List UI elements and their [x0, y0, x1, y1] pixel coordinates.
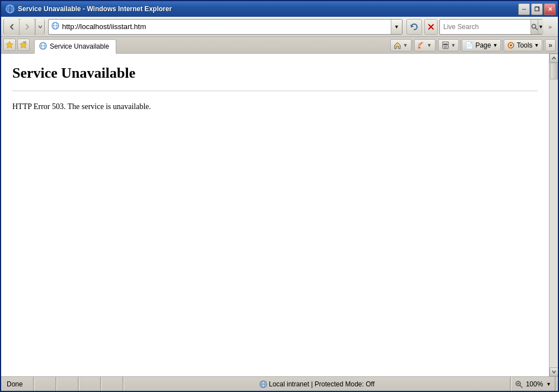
- address-bar-container: ▼: [48, 19, 402, 35]
- expand-icon: »: [548, 41, 552, 49]
- tools-button[interactable]: Tools ▼: [504, 39, 542, 51]
- svg-text:+: +: [24, 41, 26, 44]
- svg-point-25: [510, 44, 512, 46]
- refresh-button[interactable]: [406, 19, 422, 35]
- error-message: HTTP Error 503. The service is unavailab…: [12, 102, 538, 111]
- home-dropdown: ▼: [403, 42, 408, 48]
- toolbar-expand-button[interactable]: »: [544, 19, 556, 35]
- page-button[interactable]: 📄 Page ▼: [462, 39, 501, 51]
- status-prog-3: [79, 377, 101, 391]
- status-prog-2: [56, 377, 79, 391]
- forward-button[interactable]: [20, 19, 35, 35]
- svg-point-18: [418, 46, 420, 49]
- address-favicon: [49, 22, 62, 31]
- status-prog-4: [101, 377, 124, 391]
- print-button[interactable]: ▼: [438, 39, 459, 51]
- feeds-dropdown: ▼: [427, 42, 432, 48]
- search-submit-button[interactable]: [530, 20, 538, 34]
- page-icon: 📄: [465, 41, 473, 49]
- home-button[interactable]: ▼: [390, 39, 411, 51]
- scroll-track[interactable]: [549, 63, 558, 367]
- page-dropdown: ▼: [492, 42, 498, 48]
- browser-window: Service Unavailable - Windows Internet E…: [0, 0, 559, 392]
- add-favorites-button[interactable]: +: [17, 39, 30, 51]
- svg-line-11: [536, 27, 538, 30]
- zoom-dropdown[interactable]: ▼: [546, 381, 551, 387]
- toolbar-separator-4: [502, 40, 503, 51]
- nav-toolbar: ▼ ▼ »: [1, 17, 558, 37]
- status-security-section[interactable]: Local intranet | Protected Mode: Off: [124, 377, 511, 391]
- tab-right-buttons: ▼ ▼ ▼: [390, 39, 556, 51]
- search-dropdown[interactable]: ▼: [538, 20, 543, 34]
- window-controls: ─ ❐ ✕: [518, 3, 556, 15]
- toolbar-separator-1: [413, 40, 413, 51]
- title-bar: Service Unavailable - Windows Internet E…: [1, 1, 558, 17]
- scroll-down-button[interactable]: [549, 367, 558, 376]
- page-content: Service Unavailable HTTP Error 503. The …: [1, 54, 549, 376]
- svg-rect-21: [444, 44, 447, 45]
- page-label: Page: [475, 41, 491, 49]
- zoom-label: 100%: [526, 380, 543, 388]
- security-label: Local intranet | Protected Mode: Off: [269, 380, 375, 388]
- favorites-button[interactable]: [3, 39, 16, 51]
- toolbar-separator-3: [460, 40, 461, 51]
- error-heading: Service Unavailable: [12, 65, 538, 82]
- tools-dropdown: ▼: [534, 42, 539, 48]
- tab-left-buttons: +: [3, 39, 30, 51]
- feeds-button[interactable]: ▼: [414, 39, 435, 51]
- svg-marker-12: [6, 41, 13, 48]
- back-button[interactable]: [4, 19, 20, 35]
- tools-label: Tools: [517, 41, 532, 49]
- print-dropdown: ▼: [451, 42, 456, 48]
- content-area: Service Unavailable HTTP Error 503. The …: [1, 54, 558, 376]
- close-button[interactable]: ✕: [544, 3, 556, 15]
- window-title: Service Unavailable - Windows Internet E…: [18, 5, 172, 13]
- back-forward-dropdown[interactable]: [35, 19, 44, 35]
- restore-button[interactable]: ❐: [531, 3, 543, 15]
- tab-favicon: [39, 42, 47, 51]
- error-divider: [12, 91, 538, 91]
- stop-button[interactable]: [424, 19, 438, 35]
- status-bar: Done Local intranet | Protected Mode: Of…: [1, 376, 558, 391]
- browser-icon: [6, 4, 15, 13]
- more-tools-button[interactable]: »: [545, 39, 556, 51]
- svg-rect-20: [443, 45, 448, 49]
- back-forward-group: [3, 19, 45, 35]
- status-text-section: Done: [3, 377, 34, 391]
- status-text: Done: [7, 380, 23, 388]
- tab-label: Service Unavailable: [50, 42, 109, 50]
- tab-service-unavailable[interactable]: Service Unavailable: [34, 39, 116, 54]
- search-input[interactable]: [440, 23, 530, 31]
- status-zoom-section[interactable]: 100% ▼: [511, 377, 556, 391]
- status-sections: Done Local intranet | Protected Mode: Of…: [3, 377, 556, 391]
- svg-line-30: [520, 385, 522, 388]
- toolbar-separator-5: [543, 40, 544, 51]
- status-prog-1: [34, 377, 56, 391]
- tab-bar: + Service Unavailable ▼: [1, 37, 558, 54]
- toolbar-separator-2: [437, 40, 437, 51]
- title-bar-left: Service Unavailable - Windows Internet E…: [6, 4, 172, 13]
- scroll-thumb[interactable]: [550, 63, 558, 79]
- address-input[interactable]: [62, 22, 391, 31]
- scrollbar[interactable]: [549, 54, 558, 376]
- search-bar-container: ▼: [439, 19, 543, 35]
- address-dropdown[interactable]: ▼: [391, 20, 402, 34]
- scroll-up-button[interactable]: [549, 54, 558, 63]
- minimize-button[interactable]: ─: [518, 3, 530, 15]
